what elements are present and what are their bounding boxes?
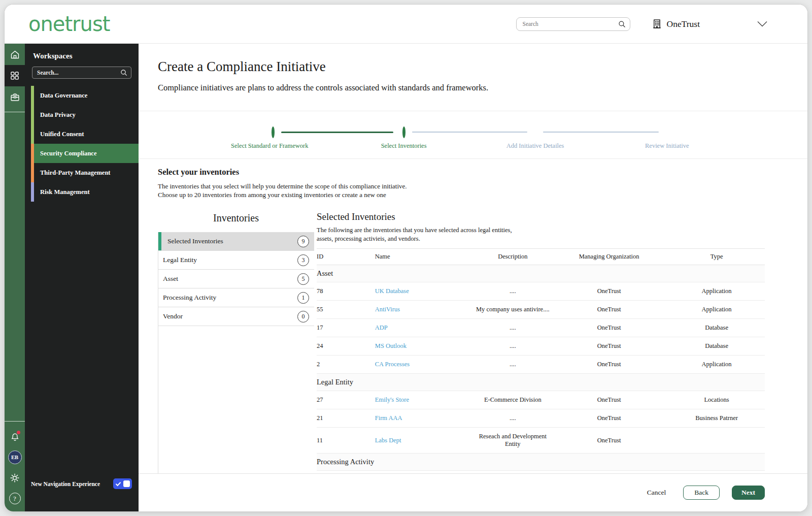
- cell-name-link[interactable]: Labs Dept: [375, 428, 476, 454]
- cell-managing-org: OneTrust: [550, 391, 668, 409]
- cell-type: [668, 428, 765, 454]
- projects-nav-button[interactable]: [5, 86, 25, 108]
- selected-bar: [158, 232, 161, 250]
- inventory-filter-label: Selected Inventories: [167, 237, 223, 245]
- cell-managing-org: OneTrust: [550, 319, 668, 337]
- step-label-2: Select Inventories: [381, 142, 427, 150]
- workspace-color-strip: [31, 124, 34, 144]
- cell-name-link[interactable]: Emily's Store: [375, 391, 476, 409]
- cell-id: 27: [317, 391, 375, 409]
- cell-name-link[interactable]: CA Processes: [375, 356, 476, 374]
- table-group-row: Asset: [317, 265, 765, 282]
- new-navigation-toggle[interactable]: [113, 478, 132, 489]
- workspace-color-strip: [31, 105, 34, 124]
- rail-divider-bottom: [5, 421, 25, 422]
- cell-name-link[interactable]: Firm AAA: [375, 409, 476, 428]
- sidebar-item-security-compliance[interactable]: Security Compliance: [25, 144, 139, 163]
- briefcase-icon: [10, 92, 20, 103]
- sidebar-item-label: Third-Party Management: [40, 169, 111, 177]
- inventory-filter-label: Asset: [163, 275, 178, 283]
- cell-description: ....: [476, 356, 550, 374]
- cell-type: Application: [668, 282, 765, 301]
- next-button[interactable]: Next: [732, 486, 765, 500]
- sidebar-item-risk-management[interactable]: Risk Management: [25, 182, 139, 202]
- workspaces-nav-button[interactable]: [5, 65, 25, 86]
- cell-type: Database: [668, 337, 765, 356]
- search-icon: [618, 20, 626, 28]
- sidebar-item-label: Security Compliance: [40, 150, 96, 157]
- check-icon: [115, 481, 121, 487]
- workspaces-title: Workspaces: [33, 52, 139, 60]
- toggle-knob: [123, 480, 130, 487]
- step-label-4: Review Initiative: [645, 142, 689, 150]
- column-header-id: ID: [317, 249, 375, 265]
- search-icon: [120, 69, 128, 77]
- org-dropdown-chevron[interactable]: [757, 20, 768, 27]
- workspace-color-strip: [31, 182, 34, 202]
- settings-button[interactable]: [5, 468, 25, 488]
- back-button[interactable]: Back: [683, 486, 720, 500]
- org-selector[interactable]: OneTrust: [652, 18, 700, 29]
- inventory-filter-processing-activity[interactable]: Processing Activity 1: [158, 288, 314, 307]
- cell-id: 55: [317, 301, 375, 319]
- cell-type: Application: [668, 356, 765, 374]
- cell-id: 2: [317, 356, 375, 374]
- sidebar-item-third-party-management[interactable]: Third-Party Management: [25, 163, 139, 182]
- global-search-input[interactable]: [516, 17, 630, 31]
- count-badge: 5: [297, 273, 309, 285]
- cell-name-link[interactable]: ADP: [375, 319, 476, 337]
- step-label-1: Select Standard or Framework: [231, 142, 308, 150]
- cell-description: ....: [476, 319, 550, 337]
- org-name: OneTrust: [667, 19, 700, 29]
- inventory-filter-asset[interactable]: Asset 5: [158, 270, 314, 288]
- table-group-row: Processing Activity: [317, 454, 765, 471]
- table-row: 55 AntiVirus My company uses antivire...…: [317, 301, 765, 319]
- building-icon: [652, 18, 662, 29]
- cell-name-link[interactable]: AntiVirus: [375, 301, 476, 319]
- section-heading: Select your inventories: [158, 167, 765, 177]
- chevron-down-icon: [757, 20, 768, 27]
- table-row: 24 MS Outlook .... OneTrust Database: [317, 337, 765, 356]
- onetrust-logo: onetrust: [28, 14, 110, 34]
- selected-inventories-title: Selected Inventories: [317, 211, 765, 222]
- sidebar-item-label: Unified Consent: [40, 131, 84, 138]
- inventory-filter-legal-entity[interactable]: Legal Entity 3: [158, 251, 314, 270]
- cell-id: 21: [317, 409, 375, 428]
- help-icon[interactable]: ?: [9, 493, 21, 504]
- avatar[interactable]: EB: [8, 450, 22, 464]
- home-nav-button[interactable]: [5, 44, 25, 65]
- cell-type: Business Patrner: [668, 409, 765, 428]
- inventories-list-panel: Inventories Selected Inventories 9 Legal…: [158, 210, 314, 473]
- stepper: Select Standard or Framework Select Inve…: [139, 111, 807, 159]
- cell-type: Database: [668, 319, 765, 337]
- sidebar-item-unified-consent[interactable]: Unified Consent: [25, 124, 139, 144]
- workspace-color-strip: [31, 144, 34, 163]
- step-indicator-2[interactable]: [402, 128, 405, 137]
- workspaces-search-input[interactable]: [32, 67, 131, 79]
- table-row: 21 Firm AAA .... OneTrust Business Patrn…: [317, 409, 765, 428]
- cell-managing-org: OneTrust: [550, 337, 668, 356]
- cancel-button[interactable]: Cancel: [647, 489, 666, 497]
- step-indicator-1[interactable]: [272, 128, 275, 137]
- cell-id: 78: [317, 282, 375, 301]
- inventories-title: Inventories: [158, 212, 314, 224]
- global-search: [516, 17, 630, 31]
- inventory-filter-label: Vendor: [163, 312, 183, 320]
- inventory-filter-vendor[interactable]: Vendor 0: [158, 307, 314, 326]
- cell-id: 17: [317, 319, 375, 337]
- rail-divider: [5, 112, 25, 112]
- wizard-footer: Cancel Back Next: [139, 473, 807, 511]
- table-group-row: Legal Entity: [317, 374, 765, 391]
- table-row: 78 UK Database .... OneTrust Application: [317, 282, 765, 301]
- inventory-filter-selected-inventories[interactable]: Selected Inventories 9: [158, 232, 314, 251]
- notifications-button[interactable]: [5, 427, 25, 447]
- stepper-connector: [543, 132, 659, 133]
- table-row: 27 Emily's Store E-Commerce Division One…: [317, 391, 765, 409]
- sidebar-item-data-privacy[interactable]: Data Privacy: [25, 105, 139, 124]
- cell-name-link[interactable]: UK Database: [375, 282, 476, 301]
- sidebar-item-data-governance[interactable]: Data Governance: [25, 86, 139, 105]
- section-line2: Choose up to 20 inventories from among y…: [158, 190, 765, 199]
- new-navigation-row: New Navigation Experience: [31, 478, 132, 489]
- cell-name-link[interactable]: MS Outlook: [375, 337, 476, 356]
- count-badge: 9: [297, 236, 309, 247]
